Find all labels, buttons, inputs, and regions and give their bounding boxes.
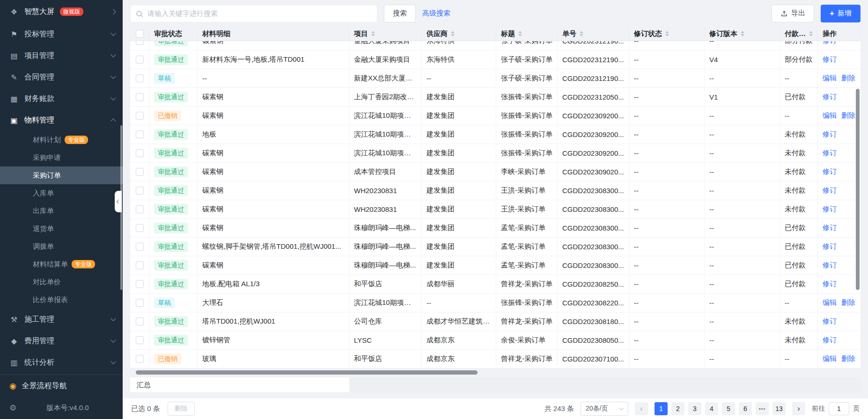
sort-icon[interactable]: [741, 31, 744, 36]
sidebar-item-bid[interactable]: ⚑投标管理: [0, 23, 123, 45]
row-checkbox[interactable]: [136, 318, 144, 325]
sidebar-item-price-compare-report[interactable]: 比价单报表: [0, 291, 123, 309]
action-link[interactable]: 修订: [823, 55, 837, 64]
gear-icon[interactable]: ⚙: [9, 403, 16, 413]
row-checkbox[interactable]: [136, 336, 144, 344]
app: ❖智慧大屏微视版⚑投标管理▤项目管理✎合同管理▦财务账款▣物料管理材料计划专业版…: [0, 0, 868, 419]
advanced-search-link[interactable]: 高级搜索: [422, 9, 450, 18]
delete-button[interactable]: 删除: [168, 402, 195, 416]
sidebar-item-material-settlement[interactable]: 材料结算单专业版: [0, 255, 123, 273]
pagination-ellipsis[interactable]: •••: [756, 402, 769, 415]
select-all-checkbox[interactable]: [136, 30, 144, 38]
row-checkbox[interactable]: [136, 74, 144, 82]
pagination-area: 共 243 条 20条/页 ‹ 123456•••13 › 前往 页: [544, 402, 860, 416]
sidebar-item-construction[interactable]: ⚒施工管理: [0, 309, 123, 330]
cell-project: WH20230831: [349, 200, 422, 218]
action-link[interactable]: 修订: [823, 186, 837, 195]
action-link[interactable]: 删除: [841, 298, 855, 307]
row-checkbox[interactable]: [136, 168, 144, 176]
sidebar-item-inbound[interactable]: 入库单: [0, 184, 123, 202]
prev-page-button[interactable]: ‹: [635, 402, 648, 415]
row-checkbox[interactable]: [136, 130, 144, 138]
action-link[interactable]: 修订: [823, 242, 837, 251]
page-button-13[interactable]: 13: [772, 402, 786, 415]
vertical-scrollbar[interactable]: [856, 89, 860, 290]
sidebar-item-contract[interactable]: ✎合同管理: [0, 66, 123, 88]
sidebar-item-outbound[interactable]: 出库单: [0, 202, 123, 220]
action-link[interactable]: 编辑: [823, 111, 837, 120]
row-checkbox-cell: [130, 294, 149, 312]
sidebar-item-material-plan[interactable]: 材料计划专业版: [0, 131, 123, 149]
row-checkbox[interactable]: [136, 149, 144, 157]
row-checkbox[interactable]: [136, 187, 144, 195]
search-button[interactable]: 搜索: [384, 5, 416, 22]
panorama-nav-item[interactable]: ◉ 全景流程导航: [0, 375, 123, 397]
row-checkbox[interactable]: [136, 280, 144, 288]
cell-status: 草稿: [149, 294, 198, 312]
sidebar-item-project[interactable]: ▤项目管理: [0, 45, 123, 66]
search-input[interactable]: [147, 9, 371, 18]
sort-icon[interactable]: [580, 31, 583, 36]
page-button-2[interactable]: 2: [671, 402, 684, 415]
action-link[interactable]: 修订: [823, 149, 837, 158]
sidebar-collapse-handle[interactable]: [115, 191, 122, 212]
action-link[interactable]: 编辑: [823, 298, 837, 307]
sidebar-item-return[interactable]: 退货单: [0, 220, 123, 238]
page-button-6[interactable]: 6: [739, 402, 752, 415]
action-link[interactable]: 删除: [841, 111, 855, 120]
row-checkbox[interactable]: [136, 355, 144, 363]
export-button[interactable]: 导出: [772, 5, 814, 22]
action-link[interactable]: 删除: [841, 74, 855, 83]
stats-icon: ▥: [9, 358, 19, 367]
page-button-1[interactable]: 1: [655, 402, 668, 415]
action-link[interactable]: 修订: [823, 280, 837, 289]
page-button-5[interactable]: 5: [722, 402, 735, 415]
cell-title: 孟笔-采购订单: [496, 256, 558, 275]
page-button-3[interactable]: 3: [688, 402, 701, 415]
row-checkbox[interactable]: [136, 41, 144, 45]
horizontal-scrollbar[interactable]: [136, 370, 478, 375]
page-size-select[interactable]: 20条/页: [581, 402, 628, 416]
sort-icon[interactable]: [518, 31, 522, 36]
row-checkbox[interactable]: [136, 224, 144, 232]
action-link[interactable]: 修订: [823, 93, 837, 101]
action-link[interactable]: 修订: [823, 205, 837, 214]
row-checkbox[interactable]: [136, 56, 144, 64]
cell-revision-version: --: [705, 200, 780, 218]
action-link[interactable]: 编辑: [823, 74, 837, 83]
sidebar-item-purchase-request[interactable]: 采购申请: [0, 149, 123, 166]
next-page-button[interactable]: ›: [792, 402, 805, 415]
action-link[interactable]: 修订: [823, 167, 837, 176]
goto-page-input[interactable]: [829, 402, 849, 415]
page-button-4[interactable]: 4: [705, 402, 718, 415]
cell-title: 张振锋-采购订单: [496, 125, 558, 144]
sort-icon[interactable]: [809, 31, 813, 36]
action-link[interactable]: 修订: [823, 261, 837, 270]
row-checkbox[interactable]: [136, 93, 144, 101]
sidebar-item-purchase-order[interactable]: 采购订单: [0, 166, 123, 184]
row-checkbox[interactable]: [136, 261, 144, 269]
action-link[interactable]: 修订: [823, 317, 837, 326]
sidebar-item-material[interactable]: ▣物料管理: [0, 109, 123, 131]
action-link[interactable]: 修订: [823, 224, 837, 232]
action-link[interactable]: 修订: [823, 41, 837, 45]
row-checkbox-cell: [130, 200, 149, 218]
action-link[interactable]: 删除: [841, 354, 855, 363]
row-checkbox[interactable]: [136, 205, 144, 213]
action-link[interactable]: 修订: [823, 336, 837, 345]
sidebar-item-finance[interactable]: ▦财务账款: [0, 88, 123, 109]
row-checkbox[interactable]: [136, 112, 144, 120]
sort-icon[interactable]: [451, 31, 455, 36]
add-button[interactable]: + 新增: [821, 5, 861, 22]
sidebar-item-transfer[interactable]: 调拨单: [0, 238, 123, 255]
sidebar-item-expense[interactable]: ◆费用管理: [0, 330, 123, 352]
action-link[interactable]: 编辑: [823, 354, 837, 363]
row-checkbox[interactable]: [136, 299, 144, 307]
sort-icon[interactable]: [371, 31, 375, 36]
sidebar-item-price-compare[interactable]: 对比单价: [0, 273, 123, 291]
sidebar-item-dashboard[interactable]: ❖智慧大屏微视版: [0, 0, 123, 23]
sidebar-item-stats[interactable]: ▥统计分析: [0, 352, 123, 373]
action-link[interactable]: 修订: [823, 130, 837, 139]
row-checkbox[interactable]: [136, 243, 144, 251]
sort-icon[interactable]: [665, 31, 669, 36]
